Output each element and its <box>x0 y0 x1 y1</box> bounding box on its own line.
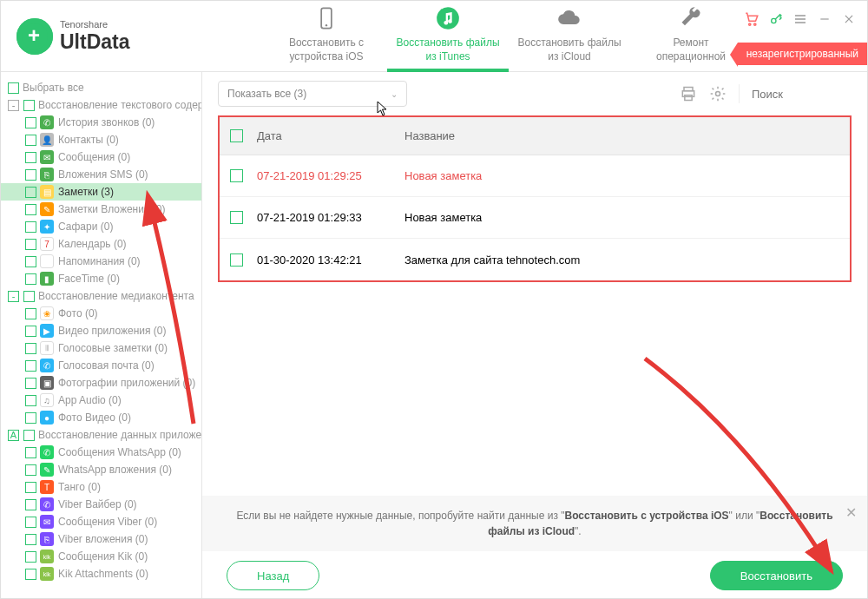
checkbox[interactable] <box>25 273 36 285</box>
sidebar-item[interactable]: ▣Фотографии приложений (0) <box>1 374 201 392</box>
sidebar-item[interactable]: 👤Контакты (0) <box>1 131 201 148</box>
checkbox[interactable] <box>25 169 36 181</box>
sidebar-group[interactable]: -Восстановление медиаконтента <box>1 287 201 305</box>
table-row[interactable]: 07-21-2019 01:29:25Новая заметка <box>220 155 850 197</box>
close-icon[interactable] <box>841 11 857 27</box>
category-icon: ❀ <box>40 306 54 320</box>
logo-icon <box>16 18 53 55</box>
cart-icon[interactable] <box>744 11 760 27</box>
select-all-row[interactable]: Выбрать все <box>1 79 201 96</box>
sidebar-item[interactable]: TТанго (0) <box>1 478 201 496</box>
checkbox[interactable] <box>23 291 35 302</box>
checkbox[interactable] <box>25 239 36 250</box>
sidebar-item[interactable]: ●Фото Видео (0) <box>1 409 201 426</box>
category-icon: ⫴ <box>40 341 54 355</box>
svg-point-3 <box>749 23 751 25</box>
checkbox[interactable] <box>25 534 36 545</box>
window-controls <box>744 11 857 27</box>
sidebar[interactable]: Выбрать все -Восстановление текстового с… <box>1 72 202 599</box>
filter-dropdown[interactable]: Показать все (3) ⌄ <box>218 81 407 107</box>
svg-point-5 <box>772 18 776 23</box>
sidebar-item[interactable]: ✆Viber Вайбер (0) <box>1 496 201 513</box>
sidebar-item[interactable]: ✎Заметки Вложения (0) <box>1 201 201 218</box>
sidebar-item[interactable]: 7Календарь (0) <box>1 235 201 253</box>
sidebar-item[interactable]: ⫴Голосовые заметки (0) <box>1 339 201 357</box>
cloud-icon <box>556 4 583 32</box>
checkbox[interactable] <box>25 256 36 267</box>
checkbox[interactable] <box>25 395 36 406</box>
category-icon: ▤ <box>40 185 54 199</box>
gear-icon[interactable] <box>709 85 727 102</box>
music-icon <box>434 4 462 32</box>
search-box[interactable] <box>739 84 852 103</box>
checkbox[interactable] <box>25 343 36 354</box>
checkbox[interactable] <box>25 204 36 215</box>
sidebar-item[interactable]: ⦿Напоминания (0) <box>1 253 201 270</box>
sidebar-item[interactable]: ⎘Вложения SMS (0) <box>1 166 201 183</box>
sidebar-item[interactable]: ✆Сообщения WhatsApp (0) <box>1 444 201 461</box>
table-row[interactable]: 07-21-2019 01:29:33Новая заметка <box>220 197 850 239</box>
checkbox[interactable] <box>25 135 36 146</box>
minimize-icon[interactable] <box>817 11 832 27</box>
checkbox[interactable] <box>25 117 36 128</box>
checkbox[interactable] <box>8 82 19 94</box>
row-checkbox[interactable] <box>230 211 243 224</box>
checkbox[interactable] <box>25 152 36 163</box>
menu-icon[interactable] <box>792 11 808 27</box>
checkbox[interactable] <box>25 360 36 372</box>
checkbox[interactable] <box>25 308 36 319</box>
sidebar-item[interactable]: ✉Сообщения (0) <box>1 148 201 166</box>
back-button[interactable]: Назад <box>227 561 319 590</box>
row-checkbox[interactable] <box>230 169 243 182</box>
sidebar-group[interactable]: AВосстановление данных приложений <box>1 426 201 444</box>
sidebar-item[interactable]: ▮FaceTime (0) <box>1 270 201 287</box>
checkbox[interactable] <box>25 326 36 337</box>
unregistered-badge[interactable]: незарегистрированный <box>738 43 867 65</box>
checkbox[interactable] <box>25 412 36 424</box>
category-icon: T <box>40 480 54 494</box>
category-icon: ▮ <box>40 272 54 286</box>
checkbox[interactable] <box>25 517 36 528</box>
checkbox[interactable] <box>25 187 36 198</box>
sidebar-item[interactable]: ❀Фото (0) <box>1 305 201 322</box>
checkbox[interactable] <box>25 221 36 233</box>
hint-close-icon[interactable]: ✕ <box>845 503 857 523</box>
brand-small: Tenorshare <box>60 19 130 30</box>
key-icon[interactable] <box>768 11 784 27</box>
header-checkbox[interactable] <box>230 129 243 142</box>
sidebar-item[interactable]: kikСообщения Kik (0) <box>1 548 201 565</box>
table-row[interactable]: 01-30-2020 13:42:21Заметка для сайта teh… <box>220 239 850 280</box>
restore-button[interactable]: Восстановить <box>710 561 843 590</box>
expand-icon[interactable]: - <box>8 100 19 111</box>
sidebar-item[interactable]: ✆Голосовая почта (0) <box>1 357 201 374</box>
sidebar-item[interactable]: ▶Видео приложения (0) <box>1 322 201 339</box>
checkbox[interactable] <box>25 447 36 458</box>
sidebar-item[interactable]: ✉Сообщения Viber (0) <box>1 513 201 530</box>
sidebar-item[interactable]: ✆История звонков (0) <box>1 114 201 131</box>
tab-icloud[interactable]: Восстановить файлы из iCloud <box>509 1 630 72</box>
expand-icon[interactable]: A <box>8 430 19 441</box>
checkbox[interactable] <box>25 464 36 476</box>
row-checkbox[interactable] <box>230 253 243 267</box>
sidebar-item[interactable]: kikKik Attachments (0) <box>1 565 201 583</box>
checkbox[interactable] <box>25 569 36 580</box>
hint-bar: ✕ Если вы не найдете нужные данные, попр… <box>202 496 867 551</box>
expand-icon[interactable]: - <box>8 291 19 302</box>
sidebar-item[interactable]: ♫App Audio (0) <box>1 392 201 409</box>
checkbox[interactable] <box>25 482 36 493</box>
checkbox[interactable] <box>23 430 35 441</box>
search-input[interactable] <box>752 88 868 101</box>
tab-itunes[interactable]: Восстановить файлы из iTunes <box>387 1 509 72</box>
checkbox[interactable] <box>25 551 36 563</box>
print-icon[interactable] <box>680 85 697 102</box>
checkbox[interactable] <box>25 378 36 389</box>
sidebar-item[interactable]: ✦Сафари (0) <box>1 218 201 235</box>
sidebar-item[interactable]: ⎘Viber вложения (0) <box>1 530 201 548</box>
sidebar-item[interactable]: ▤Заметки (3) <box>1 183 201 201</box>
category-icon: ✆ <box>40 115 54 129</box>
tab-ios-device[interactable]: Восстановить с устройства iOS <box>266 1 387 72</box>
sidebar-group[interactable]: -Восстановление текстового содержи <box>1 96 201 114</box>
checkbox[interactable] <box>25 499 36 510</box>
checkbox[interactable] <box>23 100 35 111</box>
sidebar-item[interactable]: ✎WhatsApp вложения (0) <box>1 461 201 478</box>
